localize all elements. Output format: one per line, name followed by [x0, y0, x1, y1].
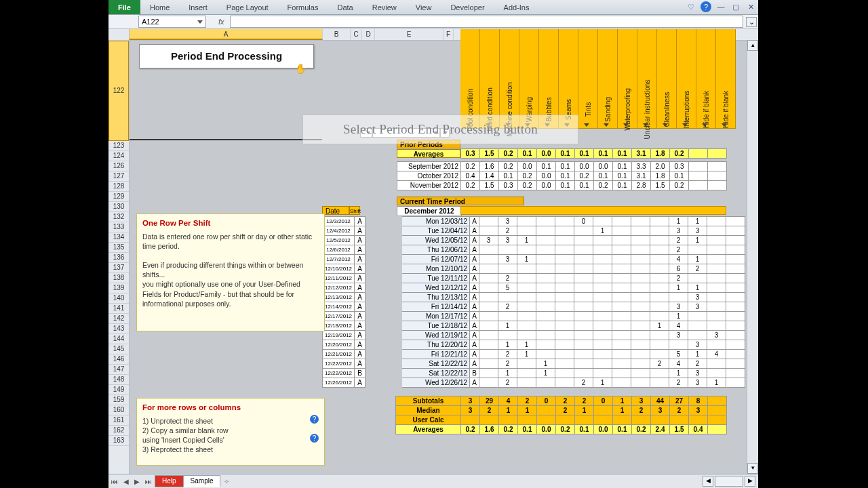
table-row[interactable]: 12/10/2012AMon 12/10/12A62	[323, 264, 745, 274]
help-icon[interactable]: ?	[310, 415, 319, 424]
sheet-help[interactable]: Help	[155, 475, 184, 487]
category-header[interactable]: Seams	[559, 29, 578, 129]
table-row[interactable]: 12/26/2012AWed 12/26/12A221231	[323, 378, 745, 388]
summary-table: Subtotals3294202201344278Median321121123…	[395, 396, 727, 434]
next-sheet-icon[interactable]: ▶	[132, 478, 142, 485]
table-row[interactable]: 12/12/2012AWed 12/12/12A511	[323, 283, 745, 293]
table-row[interactable]: 12/13/2012AThu 12/13/12A3	[323, 293, 745, 302]
scroll-down-icon[interactable]: ▾	[747, 463, 758, 474]
prev-sheet-icon[interactable]: ◀	[121, 478, 132, 485]
data-table[interactable]: 12/3/2012AMon 12/03/12A301112/4/2012ATue…	[322, 216, 745, 388]
category-header[interactable]: Unclear instructions	[637, 29, 657, 129]
period-end-processing-button[interactable]: Period End Processing	[139, 44, 314, 68]
category-headers: Tool conditionMold conditionMachine cond…	[460, 29, 736, 128]
tab-insert[interactable]: Insert	[179, 0, 217, 14]
help-icon[interactable]: ?	[310, 434, 319, 443]
worksheet[interactable]: ABCDEF GHIJKLMNOPQRST Period End Process…	[130, 29, 758, 474]
category-header[interactable]: Tool condition	[460, 29, 480, 129]
first-sheet-icon[interactable]: ⏮	[108, 478, 121, 485]
tab-review[interactable]: Review	[363, 0, 406, 14]
help-more-rows: For more rows or columns 1) Unprotect th…	[136, 398, 325, 466]
table-row[interactable]: 12/22/2012BSat 12/22/12B1113	[323, 369, 745, 378]
current-period-label: Current Time Period	[397, 197, 524, 205]
last-sheet-icon[interactable]: ⏭	[142, 478, 155, 485]
category-header[interactable]: Bubbles	[539, 29, 559, 129]
tab-home[interactable]: Home	[140, 0, 179, 14]
tab-file[interactable]: File	[108, 0, 140, 14]
ribbon: File Home Insert Page Layout Formulas Da…	[108, 0, 758, 15]
table-row[interactable]: 12/22/2012ASat 12/22/12A21242	[323, 359, 745, 369]
averages-row: 0.31.50.20.10.00.10.10.10.13.11.80.2	[460, 148, 727, 159]
row-122[interactable]: 122	[108, 41, 129, 141]
tab-view[interactable]: View	[406, 0, 441, 14]
category-header[interactable]: Interruptions	[677, 29, 696, 129]
help-one-row: One Row Per Shift Data is entered one ro…	[136, 214, 325, 331]
category-header[interactable]: Waterproofing	[618, 29, 637, 129]
close-icon[interactable]: ✕	[745, 1, 756, 12]
sheet-sample[interactable]: Sample	[183, 475, 221, 487]
sheet-tabs: ⏮ ◀ ▶ ⏭ Help Sample ✧ ◀▶	[108, 474, 758, 488]
expand-formula-icon[interactable]: ⌄	[746, 17, 757, 27]
new-sheet-icon[interactable]: ✧	[220, 478, 233, 485]
prior-periods-table: September 20120.21.60.20.00.10.10.00.00.…	[397, 161, 727, 190]
table-row[interactable]: 12/11/2012ATue 12/11/12A22	[323, 274, 745, 283]
category-header[interactable]: Hide if blank	[716, 29, 736, 129]
table-row[interactable]: 12/14/2012AFri 12/14/12A233	[323, 302, 745, 312]
averages-label: Averages	[397, 149, 460, 158]
date-header: Date	[322, 206, 349, 215]
month-cell[interactable]: December 2012	[397, 206, 462, 216]
table-row[interactable]: 12/3/2012AMon 12/03/12A3011	[323, 217, 745, 226]
name-box[interactable]: A122	[138, 16, 206, 28]
tab-addins[interactable]: Add-Ins	[494, 0, 539, 14]
scroll-up-icon[interactable]: ▴	[747, 40, 758, 51]
table-row[interactable]: 12/17/2012AMon 12/17/12A1	[323, 312, 745, 321]
tab-developer[interactable]: Developer	[441, 0, 494, 14]
instruction-tooltip: Select Period End Processing button	[302, 115, 578, 144]
category-header[interactable]: Sanding	[598, 29, 618, 129]
table-row[interactable]: 12/21/2012AFri 12/21/12A21514	[323, 350, 745, 359]
help-icon[interactable]: ?	[701, 1, 711, 12]
category-header[interactable]: Mold condition	[480, 29, 500, 129]
shift-header: Shift	[349, 206, 360, 215]
formula-input[interactable]	[230, 16, 743, 28]
table-row[interactable]: 12/5/2012AWed 12/05/12A33121	[323, 236, 745, 245]
fx-icon[interactable]: fx	[218, 18, 224, 26]
month-bar	[460, 206, 726, 215]
chevron-down-icon[interactable]	[197, 20, 203, 24]
row-headers[interactable]: 122 123124126127128129130132133134135136…	[108, 29, 130, 474]
category-header[interactable]: Warping	[519, 29, 539, 129]
table-row[interactable]: 12/18/2012ATue 12/18/12A114	[323, 321, 745, 331]
heart-icon[interactable]: ♡	[686, 1, 696, 12]
table-row[interactable]: 12/20/2012AThu 12/20/12A113	[323, 340, 745, 350]
category-header[interactable]: Machine condition	[500, 29, 519, 129]
pointer-icon: ✋	[295, 63, 307, 74]
vertical-scrollbar[interactable]: ▴ ▾	[747, 40, 758, 474]
table-row[interactable]: 12/19/2012AWed 12/19/12A33	[323, 331, 745, 340]
table-row[interactable]: 12/7/2012AFri 12/07/12A3141	[323, 255, 745, 264]
category-header[interactable]: Hide if blank	[696, 29, 716, 129]
category-header[interactable]: Tints	[578, 29, 598, 129]
formula-bar: A122 fx ⌄	[108, 15, 758, 29]
table-row[interactable]: 12/6/2012AThu 12/06/12A2	[323, 245, 745, 255]
tab-formulas[interactable]: Formulas	[278, 0, 328, 14]
minimize-icon[interactable]: —	[715, 1, 726, 12]
restore-icon[interactable]: ▢	[730, 1, 741, 12]
horizontal-scrollbar[interactable]: ◀▶	[233, 476, 758, 487]
table-row[interactable]: 12/4/2012ATue 12/04/12A2133	[323, 226, 745, 236]
tab-data[interactable]: Data	[328, 0, 362, 14]
tab-pagelayout[interactable]: Page Layout	[217, 0, 278, 14]
category-header[interactable]: Cleanliness	[657, 29, 677, 129]
